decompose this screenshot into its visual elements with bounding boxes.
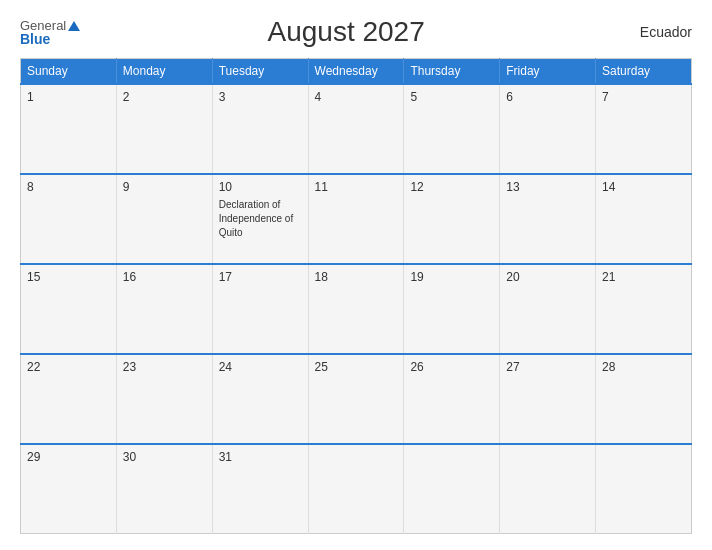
logo: General Blue <box>20 19 80 46</box>
calendar-table: Sunday Monday Tuesday Wednesday Thursday… <box>20 58 692 534</box>
day-cell: 7 <box>596 84 692 174</box>
day-cell: 20 <box>500 264 596 354</box>
day-cell: 4 <box>308 84 404 174</box>
day-number: 12 <box>410 180 493 194</box>
day-cell <box>404 444 500 534</box>
day-number: 22 <box>27 360 110 374</box>
col-thursday: Thursday <box>404 59 500 85</box>
week-row-4: 22232425262728 <box>21 354 692 444</box>
day-cell: 31 <box>212 444 308 534</box>
calendar-title: August 2027 <box>80 16 612 48</box>
day-cell: 30 <box>116 444 212 534</box>
day-number: 26 <box>410 360 493 374</box>
day-cell: 22 <box>21 354 117 444</box>
col-saturday: Saturday <box>596 59 692 85</box>
day-cell: 27 <box>500 354 596 444</box>
day-cell: 9 <box>116 174 212 264</box>
day-cell: 17 <box>212 264 308 354</box>
day-cell: 5 <box>404 84 500 174</box>
day-cell: 13 <box>500 174 596 264</box>
day-cell: 18 <box>308 264 404 354</box>
day-cell <box>308 444 404 534</box>
day-cell: 16 <box>116 264 212 354</box>
day-cell: 11 <box>308 174 404 264</box>
day-cell: 2 <box>116 84 212 174</box>
day-number: 2 <box>123 90 206 104</box>
header: General Blue August 2027 Ecuador <box>20 16 692 48</box>
page: General Blue August 2027 Ecuador Sunday … <box>0 0 712 550</box>
day-number: 7 <box>602 90 685 104</box>
calendar-header: Sunday Monday Tuesday Wednesday Thursday… <box>21 59 692 85</box>
day-number: 3 <box>219 90 302 104</box>
day-number: 31 <box>219 450 302 464</box>
day-cell: 19 <box>404 264 500 354</box>
day-number: 4 <box>315 90 398 104</box>
day-number: 10 <box>219 180 302 194</box>
day-number: 9 <box>123 180 206 194</box>
week-row-5: 293031 <box>21 444 692 534</box>
day-number: 25 <box>315 360 398 374</box>
day-number: 28 <box>602 360 685 374</box>
day-number: 15 <box>27 270 110 284</box>
day-cell: 1 <box>21 84 117 174</box>
country-label: Ecuador <box>612 24 692 40</box>
week-row-1: 1234567 <box>21 84 692 174</box>
day-number: 11 <box>315 180 398 194</box>
day-number: 5 <box>410 90 493 104</box>
logo-general-text: General <box>20 19 80 32</box>
day-number: 16 <box>123 270 206 284</box>
logo-triangle-icon <box>68 21 80 31</box>
day-cell: 21 <box>596 264 692 354</box>
day-number: 1 <box>27 90 110 104</box>
day-number: 17 <box>219 270 302 284</box>
day-number: 8 <box>27 180 110 194</box>
col-monday: Monday <box>116 59 212 85</box>
col-sunday: Sunday <box>21 59 117 85</box>
day-number: 18 <box>315 270 398 284</box>
day-number: 29 <box>27 450 110 464</box>
day-cell: 3 <box>212 84 308 174</box>
day-number: 21 <box>602 270 685 284</box>
col-tuesday: Tuesday <box>212 59 308 85</box>
day-number: 23 <box>123 360 206 374</box>
col-wednesday: Wednesday <box>308 59 404 85</box>
weekday-row: Sunday Monday Tuesday Wednesday Thursday… <box>21 59 692 85</box>
day-number: 30 <box>123 450 206 464</box>
week-row-3: 15161718192021 <box>21 264 692 354</box>
logo-blue-text: Blue <box>20 32 50 46</box>
day-cell: 8 <box>21 174 117 264</box>
day-cell: 15 <box>21 264 117 354</box>
day-cell: 24 <box>212 354 308 444</box>
day-cell: 14 <box>596 174 692 264</box>
day-cell: 23 <box>116 354 212 444</box>
day-cell: 28 <box>596 354 692 444</box>
day-number: 14 <box>602 180 685 194</box>
col-friday: Friday <box>500 59 596 85</box>
day-number: 6 <box>506 90 589 104</box>
day-cell: 29 <box>21 444 117 534</box>
day-number: 13 <box>506 180 589 194</box>
day-number: 19 <box>410 270 493 284</box>
day-number: 20 <box>506 270 589 284</box>
day-cell <box>596 444 692 534</box>
day-number: 27 <box>506 360 589 374</box>
day-cell <box>500 444 596 534</box>
calendar-body: 12345678910Declaration of Independence o… <box>21 84 692 534</box>
event-label: Declaration of Independence of Quito <box>219 199 294 238</box>
day-cell: 26 <box>404 354 500 444</box>
day-cell: 10Declaration of Independence of Quito <box>212 174 308 264</box>
day-cell: 6 <box>500 84 596 174</box>
day-number: 24 <box>219 360 302 374</box>
week-row-2: 8910Declaration of Independence of Quito… <box>21 174 692 264</box>
day-cell: 12 <box>404 174 500 264</box>
day-cell: 25 <box>308 354 404 444</box>
